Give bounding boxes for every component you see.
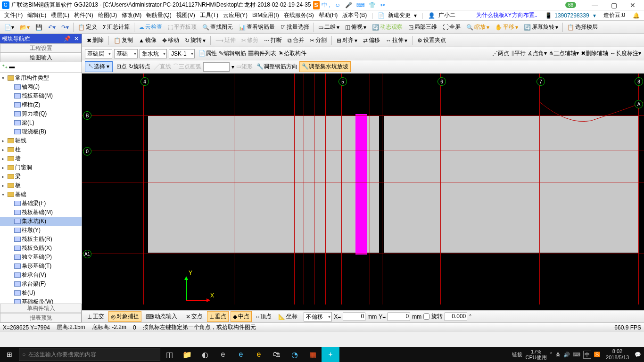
taskview-icon[interactable]: ◫ — [160, 347, 178, 362]
tab-single-input[interactable]: 单构件输入 — [0, 304, 82, 313]
merge-button[interactable]: ⧉合并 — [286, 35, 306, 45]
screenrot-button[interactable]: 🔄屏幕旋转▾ — [521, 22, 561, 32]
rot-input[interactable]: 0.000 — [445, 313, 467, 321]
tree-item[interactable]: 框柱(Z) — [0, 100, 82, 109]
extend-button[interactable]: ⟶延伸 — [214, 35, 238, 45]
menu-rebar[interactable]: 钢筋量(Q) — [144, 11, 173, 19]
delete-button[interactable]: ✖删除 — [85, 35, 106, 45]
pickcomp-button[interactable]: 🖱拾取构件 — [278, 49, 306, 58]
bell-icon[interactable]: 🔔 — [630, 12, 642, 19]
select-button[interactable]: ↖选择 ▾ — [85, 61, 113, 72]
tree-slab[interactable]: ▸板 — [0, 181, 82, 190]
tree-item[interactable]: 现浇板(B) — [0, 127, 82, 136]
tray-ime[interactable]: 中 — [583, 351, 591, 359]
edge-icon[interactable]: e — [214, 347, 232, 362]
app-icon-1[interactable]: ◐ — [196, 347, 214, 362]
tree-beam[interactable]: ▸梁 — [0, 172, 82, 181]
open-icon[interactable]: 📂▾ — [17, 23, 32, 32]
close-button[interactable]: ✕ — [623, 1, 642, 9]
tree-item[interactable]: 筏板基础(M) — [0, 208, 82, 217]
zoom-button[interactable]: 🔍缩放▾ — [464, 22, 492, 32]
new-icon[interactable]: 📄▾ — [2, 23, 17, 32]
stretch-button[interactable]: ↔拉伸▾ — [384, 35, 409, 45]
tab-engineering-settings[interactable]: 工程设置 — [0, 43, 82, 53]
tray-sogou-icon[interactable]: S — [594, 352, 600, 357]
dim-button[interactable]: ↔长度标注▾ — [610, 49, 641, 58]
undo-icon[interactable]: ↶▾ — [46, 23, 58, 32]
adjpit-button[interactable]: 🔧调整集水坑放坡 — [299, 61, 351, 72]
osnap-toggle[interactable]: ◎对象捕捉 — [108, 311, 141, 322]
conn-label[interactable]: 链接 — [512, 351, 522, 358]
collapse-icon[interactable]: ▬ — [9, 63, 15, 70]
midpt-toggle[interactable]: ◆中点 — [231, 311, 252, 322]
tree-item-selected[interactable]: 集水坑(K) — [0, 217, 82, 226]
tree-opening[interactable]: ▸门窗洞 — [0, 163, 82, 172]
menu-modify[interactable]: 修改(M) — [119, 11, 144, 19]
tray-net-icon[interactable]: 🖧 — [555, 352, 561, 357]
tree-column[interactable]: ▸柱 — [0, 145, 82, 154]
viewrebar-button[interactable]: 📊查看钢筋量 — [236, 22, 277, 32]
ptangle-button[interactable]: ∡点角▾ — [528, 49, 547, 58]
tree-item[interactable]: 轴网(J) — [0, 82, 82, 91]
ortho-toggle[interactable]: ⊥正交 — [85, 311, 107, 322]
split-button[interactable]: ✂分割 — [308, 35, 329, 45]
menu-tools[interactable]: 工具(T) — [198, 11, 221, 19]
expand-icon[interactable]: ⁺₊ — [2, 63, 8, 70]
search-box[interactable]: ○ 在这里输入你要搜索的内容 — [19, 348, 160, 361]
menu-draw[interactable]: 绘图(D) — [96, 11, 120, 19]
tree-item[interactable]: 桩承台(V) — [0, 271, 82, 280]
2d-button[interactable]: ▭二维▾ — [316, 22, 342, 32]
minimize-button[interactable]: — — [586, 1, 604, 9]
clock[interactable]: 8:022018/5/13 — [603, 348, 632, 361]
dyninput-toggle[interactable]: ⌨动态输入 — [143, 311, 180, 322]
tree-item[interactable]: 独立基础(P) — [0, 253, 82, 262]
menu-view[interactable]: 视图(V) — [174, 11, 198, 19]
menu-version[interactable]: 版本号(B) — [340, 11, 369, 19]
tree-item[interactable]: 剪力墙(Q) — [0, 109, 82, 118]
tree-foundation[interactable]: ▾基础 — [0, 190, 82, 199]
ime-icons[interactable]: , ☺ 🎤 ⌨ 👕 ✂ — [329, 2, 387, 8]
menu-component[interactable]: 构件(N) — [72, 11, 96, 19]
notification-icon[interactable]: 💬 — [635, 352, 641, 358]
pin-icons[interactable]: 📌 ✕ — [64, 35, 80, 42]
offset-combo[interactable]: 不偏移 — [304, 312, 332, 321]
user-label[interactable]: 👤广小二 — [426, 11, 460, 19]
rotpt-button[interactable]: ↻旋转点 — [129, 63, 150, 71]
editrebar-button[interactable]: ✎编辑钢筋 — [219, 49, 246, 58]
offset-button[interactable]: ⇄偏移 — [361, 35, 382, 45]
tree-item[interactable]: 条形基础(T) — [0, 262, 82, 271]
tree-item[interactable]: 基础梁(F) — [0, 199, 82, 208]
selfloor-button[interactable]: 📋选择楼层 — [565, 22, 600, 32]
app-icon-4[interactable]: + — [322, 347, 339, 362]
parallel-button[interactable]: ∥平行 — [511, 49, 526, 58]
maximize-button[interactable]: ▢ — [604, 1, 623, 9]
menu-help[interactable]: 帮助(H) — [316, 11, 340, 19]
batchsel-button[interactable]: ☑批量选择 — [278, 22, 312, 32]
mirror-button[interactable]: ▲镜像 — [137, 35, 158, 45]
tree-axis[interactable]: ▸轴线 — [0, 136, 82, 145]
define-button[interactable]: 📋定义 — [75, 22, 99, 32]
floor-combo[interactable]: 基础层 — [85, 49, 112, 58]
tree-wall[interactable]: ▸墙 — [0, 154, 82, 163]
delaux-button[interactable]: ✖删除辅轴 — [581, 49, 608, 58]
start-button[interactable]: ⊞ — [0, 351, 19, 358]
tree-item[interactable]: 梁(L) — [0, 118, 82, 127]
tree-item[interactable]: 柱墩(Y) — [0, 226, 82, 235]
menu-file[interactable]: 文件(F) — [2, 11, 25, 19]
rect-button[interactable]: ▭矩形 — [236, 63, 253, 71]
y-input[interactable]: 0 — [388, 313, 410, 321]
folder-icon[interactable]: 📁 — [178, 347, 196, 362]
ie-icon[interactable]: e — [232, 347, 250, 362]
vertex-toggle[interactable]: ○顶点 — [254, 311, 274, 322]
coord-toggle[interactable]: 📐坐标 — [276, 311, 300, 322]
pan-button[interactable]: ✋平移▾ — [493, 22, 520, 32]
local3d-button[interactable]: ◳局部三维 — [406, 22, 439, 32]
tree-item[interactable]: 桩(U) — [0, 288, 82, 297]
redo-icon[interactable]: ↷▾ — [59, 23, 71, 32]
topview-button[interactable]: ◫俯视▾ — [343, 22, 369, 32]
trim-button[interactable]: ✂修剪 — [239, 35, 260, 45]
line-button[interactable]: ╱直线 — [154, 63, 171, 71]
copy-button[interactable]: 📋复制 — [112, 35, 135, 45]
perp-toggle[interactable]: ⊥垂点 — [207, 311, 229, 322]
cpu-meter[interactable]: 17%CPU使用 — [525, 349, 546, 360]
